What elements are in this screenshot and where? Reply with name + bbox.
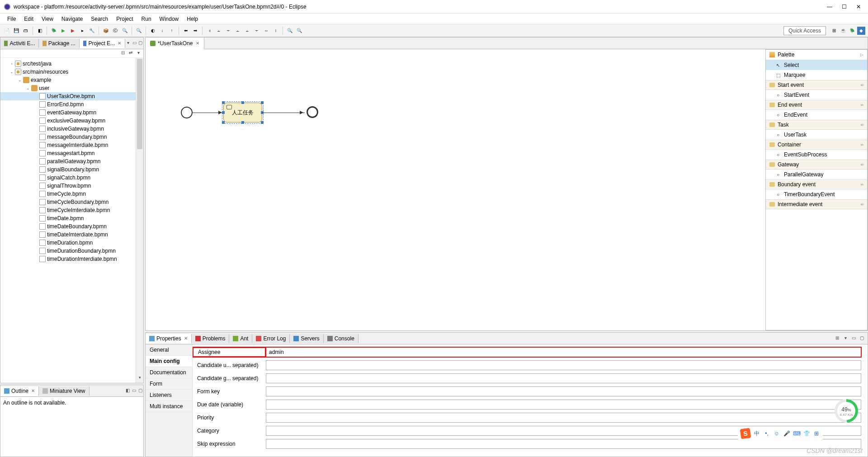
property-input[interactable] (266, 413, 861, 423)
align-middle-button[interactable]: ⫠ (243, 27, 251, 35)
tab-servers[interactable]: Servers (290, 334, 323, 343)
scrollbar-thumb[interactable] (137, 59, 142, 149)
forward-button[interactable]: ➡ (191, 27, 199, 35)
pin-icon[interactable]: ∞ (861, 202, 863, 207)
tree-item[interactable]: ⌄user (0, 84, 143, 92)
bpmn-sequence-flow[interactable] (262, 113, 305, 113)
tree-item[interactable]: timeDurationImterdiate.bpmn (0, 255, 143, 263)
tree-item[interactable]: messageBoundary.bpmn (0, 133, 143, 141)
close-icon[interactable]: ✕ (31, 388, 35, 393)
palette-drawer[interactable]: Boundary event∞ (766, 179, 867, 189)
filter-button[interactable]: ▾ (135, 50, 142, 57)
activiti-perspective-button[interactable]: ◆ (857, 27, 865, 35)
maximize-button[interactable]: ☐ (841, 4, 847, 10)
run-button[interactable]: ▶ (59, 27, 67, 35)
external-tools-button[interactable]: 🔧 (88, 27, 96, 35)
menu-navigate[interactable]: Navigate (58, 15, 86, 23)
tree-item[interactable]: messagestart.bpmn (0, 149, 143, 157)
align-top-button[interactable]: ⫠ (234, 27, 242, 35)
tree-item[interactable]: ⌄example (0, 76, 143, 84)
ime-voice-button[interactable]: 🎤 (783, 430, 790, 437)
tree-item[interactable]: eventGateway.bpmn (0, 108, 143, 117)
menu-search[interactable]: Search (87, 15, 112, 23)
view-tab-package-explorer[interactable]: Package ... (39, 39, 79, 48)
prop-tab-general[interactable]: General (146, 344, 192, 356)
view-menu-button[interactable]: ▾ (125, 40, 131, 47)
view-tab-project-explorer[interactable]: Project E...✕ (80, 39, 125, 48)
tree-item[interactable]: ⌄src/main/resources (0, 68, 143, 76)
pin-icon[interactable]: ∞ (861, 103, 863, 107)
ime-toolbar[interactable]: S 中 •, ☺ 🎤 ⌨ 👕 ⊞ (738, 427, 823, 440)
bpmn-user-task[interactable]: 人工任务 (223, 103, 262, 122)
coverage-button[interactable]: ▶ (69, 27, 77, 35)
show-categories-button[interactable]: ⊞ (834, 335, 840, 342)
prop-tab-multi-instance[interactable]: Multi instance (146, 401, 192, 412)
tree-item[interactable]: timeDurationBoundary.bpmn (0, 247, 143, 255)
java-perspective-button[interactable]: ☕ (839, 27, 847, 35)
bpmn-end-event[interactable] (307, 106, 318, 118)
toggle-breadcrumb-button[interactable]: ◧ (36, 27, 44, 35)
menu-help[interactable]: Help (183, 15, 202, 23)
tree-item[interactable]: signalBoundary.bpmn (0, 165, 143, 174)
tree-item[interactable]: timeDate.bpmn (0, 214, 143, 222)
palette-drawer[interactable]: Start event∞ (766, 80, 867, 90)
tree-item[interactable]: timeDateBoundary.bpmn (0, 222, 143, 231)
menu-edit[interactable]: Edit (20, 15, 37, 23)
project-tree[interactable]: ›src/test/java⌄src/main/resources⌄exampl… (0, 58, 143, 383)
property-input[interactable] (266, 386, 861, 396)
next-annotation-button[interactable]: ↓ (158, 27, 166, 35)
twisty-icon[interactable]: ⌄ (17, 78, 23, 82)
ime-lang-button[interactable]: 中 (753, 430, 760, 437)
property-input[interactable] (266, 373, 861, 383)
chevron-right-icon[interactable]: ▷ (860, 52, 863, 57)
ime-keyboard-button[interactable]: ⌨ (793, 430, 800, 437)
tab-ant[interactable]: Ant (229, 334, 252, 343)
property-input[interactable] (266, 439, 861, 449)
property-input[interactable] (266, 347, 861, 357)
prop-tab-form[interactable]: Form (146, 378, 192, 390)
quick-access-input[interactable]: Quick Access (783, 26, 826, 35)
ime-emoji-button[interactable]: ☺ (773, 430, 780, 437)
match-height-button[interactable]: ↕ (272, 27, 280, 35)
close-icon[interactable]: ✕ (196, 41, 199, 46)
tree-item[interactable]: ›src/test/java (0, 60, 143, 68)
tree-item[interactable]: timeDuration.bpmn (0, 239, 143, 247)
save-all-button[interactable]: 🗃 (22, 27, 30, 35)
sogou-logo-icon[interactable]: S (740, 428, 751, 439)
twisty-icon[interactable]: ⌄ (9, 70, 15, 74)
collapse-all-button[interactable]: ⊟ (120, 50, 126, 57)
tree-item[interactable]: timeCycleBoundary.bpmn (0, 198, 143, 206)
toggle-mark-button[interactable]: ◐ (149, 27, 157, 35)
new-class-button[interactable]: Ⓒ (111, 27, 119, 35)
bpmn-start-event[interactable] (181, 107, 193, 118)
match-width-button[interactable]: ↔ (262, 27, 270, 35)
palette-item[interactable]: ○EndEvent (766, 110, 867, 120)
palette-drawer[interactable]: End event∞ (766, 100, 867, 110)
ime-skin-button[interactable]: 👕 (803, 430, 810, 437)
maximize-view-button[interactable]: ▢ (137, 388, 143, 394)
menu-window[interactable]: Window (156, 15, 183, 23)
prop-tab-listeners[interactable]: Listeners (146, 390, 192, 401)
pin-icon[interactable]: ∞ (861, 122, 863, 127)
menu-project[interactable]: Project (113, 15, 137, 23)
pin-icon[interactable]: ∞ (861, 162, 863, 167)
editor-tab-usertaskone[interactable]: *UserTaskOne ✕ (146, 38, 204, 49)
debug-button[interactable]: 🪲 (50, 27, 58, 35)
zoom-out-button[interactable]: 🔍 (295, 27, 303, 35)
maximize-view-button[interactable]: ▢ (859, 335, 865, 342)
palette-drawer[interactable]: Task∞ (766, 120, 867, 130)
open-perspective-button[interactable]: ⊞ (830, 27, 838, 35)
bpmn-canvas[interactable]: 人工任务 Palette ▷ ↖Select⬚MarqueeStart even… (146, 49, 868, 330)
close-button[interactable]: ✕ (855, 4, 862, 10)
align-center-button[interactable]: ⫠ (215, 27, 223, 35)
tree-item[interactable]: ErrorEnd.bpmn (0, 100, 143, 108)
tree-item[interactable]: signalCatch.bpmn (0, 174, 143, 182)
palette-title[interactable]: Palette ▷ (766, 50, 867, 60)
palette-tool-select[interactable]: ↖Select (766, 60, 867, 70)
tab-properties[interactable]: Properties✕ (146, 334, 192, 344)
bpmn-sequence-flow[interactable] (193, 113, 223, 113)
close-icon[interactable]: ✕ (118, 41, 121, 46)
save-button[interactable]: 💾 (12, 27, 20, 35)
align-left-button[interactable]: ⫞ (205, 27, 213, 35)
link-editor-button[interactable]: ⇄ (127, 50, 134, 57)
